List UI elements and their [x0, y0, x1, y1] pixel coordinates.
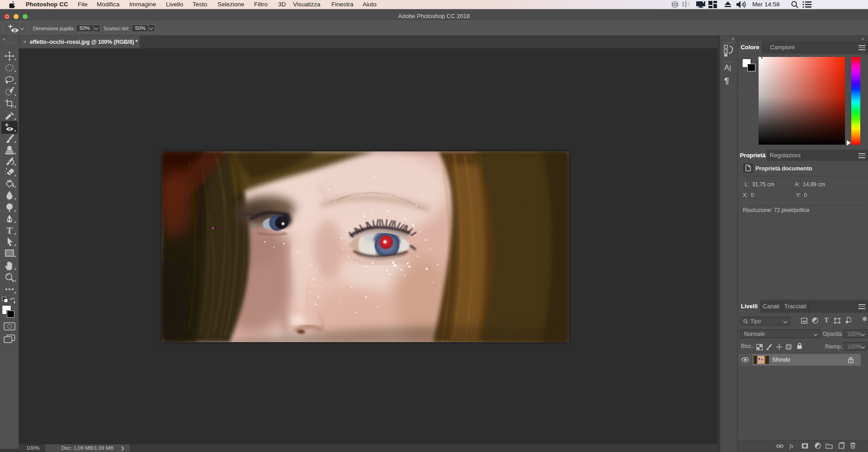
svg-text:fx: fx	[789, 443, 794, 449]
svg-text:T: T	[6, 226, 13, 235]
